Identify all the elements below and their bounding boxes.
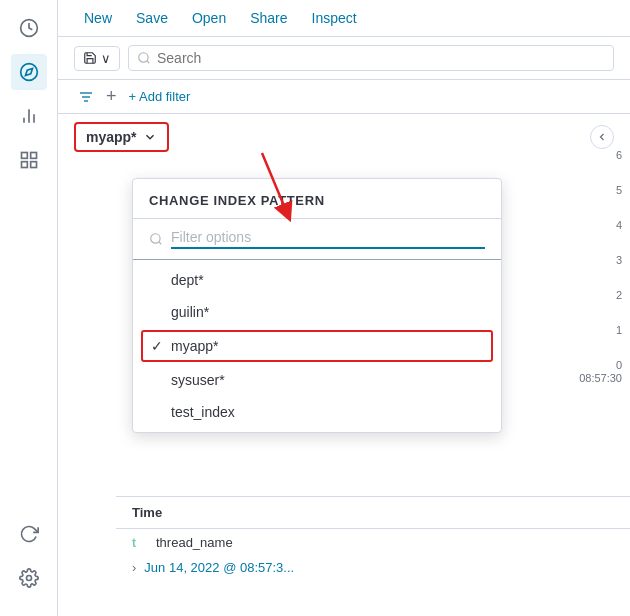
save-chevron: ∨ [101, 51, 111, 66]
search-input[interactable] [157, 50, 605, 66]
index-pattern-chevron [143, 130, 157, 144]
axis-label-2: 2 [616, 289, 622, 301]
sidebar [0, 0, 58, 616]
right-axis: 6 5 4 3 2 1 0 [575, 145, 630, 375]
open-button[interactable]: Open [182, 6, 236, 30]
svg-point-1 [20, 64, 37, 81]
new-button[interactable]: New [74, 6, 122, 30]
save-query-button[interactable]: ∨ [74, 46, 120, 71]
svg-rect-9 [30, 162, 36, 168]
svg-rect-7 [30, 153, 36, 159]
dropdown-item-dept[interactable]: dept* [133, 264, 501, 296]
svg-point-11 [139, 53, 148, 62]
row-expand-chevron[interactable]: › [132, 560, 136, 575]
dropdown-item-sysuser[interactable]: sysuser* [133, 364, 501, 396]
field-row: t thread_name [116, 529, 630, 556]
share-button[interactable]: Share [240, 6, 297, 30]
bottom-section: Time t thread_name › Jun 14, 2022 @ 08:5… [116, 496, 630, 616]
svg-line-12 [147, 61, 150, 64]
inspect-button[interactable]: Inspect [302, 6, 367, 30]
save-button[interactable]: Save [126, 6, 178, 30]
sidebar-icon-settings[interactable] [11, 560, 47, 596]
date-value: Jun 14, 2022 @ 08:57:3... [144, 560, 294, 575]
dropdown-search[interactable] [133, 219, 501, 260]
collapse-button[interactable] [590, 125, 614, 149]
index-pattern-row: myapp* [58, 114, 630, 160]
axis-label-5: 5 [616, 184, 622, 196]
search-icon [137, 51, 151, 65]
axis-label-0: 0 [616, 359, 622, 371]
axis-label-4: 4 [616, 219, 622, 231]
dropdown-item-test-index[interactable]: test_index [133, 396, 501, 428]
check-mark-icon: ✓ [151, 338, 163, 354]
dropdown-title: CHANGE INDEX PATTERN [133, 179, 501, 219]
search-input-wrap[interactable] [128, 45, 614, 71]
dropdown-item-myapp[interactable]: ✓ myapp* [141, 330, 493, 362]
sidebar-icon-chart[interactable] [11, 98, 47, 134]
index-pattern-button[interactable]: myapp* [74, 122, 169, 152]
dropdown-search-icon [149, 232, 163, 246]
dropdown-list: dept* guilin* ✓ myapp* sysuser* test_ind… [133, 260, 501, 432]
data-table-row[interactable]: › Jun 14, 2022 @ 08:57:3... [116, 556, 630, 579]
field-name-label: thread_name [156, 535, 233, 550]
top-nav: New Save Open Share Inspect [58, 0, 630, 37]
dropdown-item-guilin[interactable]: guilin* [133, 296, 501, 328]
add-filter-button[interactable]: + Add filter [125, 87, 195, 106]
main-content: New Save Open Share Inspect ∨ + + Add fi… [58, 0, 630, 616]
add-filter-separator: + [106, 86, 117, 107]
filter-row: + + Add filter [58, 80, 630, 114]
axis-label-3: 3 [616, 254, 622, 266]
svg-point-16 [151, 234, 160, 243]
filter-icon [78, 89, 94, 105]
sidebar-icon-clock[interactable] [11, 10, 47, 46]
sidebar-icon-compass[interactable] [11, 54, 47, 90]
sidebar-icon-refresh[interactable] [11, 516, 47, 552]
svg-line-17 [159, 242, 162, 245]
field-type-indicator: t [132, 536, 148, 550]
svg-point-10 [26, 576, 31, 581]
index-pattern-dropdown: CHANGE INDEX PATTERN dept* guilin* ✓ mya… [132, 178, 502, 433]
axis-label-1: 1 [616, 324, 622, 336]
sidebar-icon-grid[interactable] [11, 142, 47, 178]
svg-rect-6 [21, 153, 27, 159]
dropdown-filter-input[interactable] [171, 229, 485, 249]
svg-rect-8 [21, 162, 27, 168]
time-column-header: Time [116, 497, 630, 529]
filter-options-button[interactable] [74, 87, 98, 107]
index-pattern-label: myapp* [86, 129, 137, 145]
collapse-icon [596, 131, 608, 143]
svg-marker-2 [25, 68, 32, 75]
search-bar: ∨ [58, 37, 630, 80]
timestamp-label: 08:57:30 [579, 372, 622, 384]
